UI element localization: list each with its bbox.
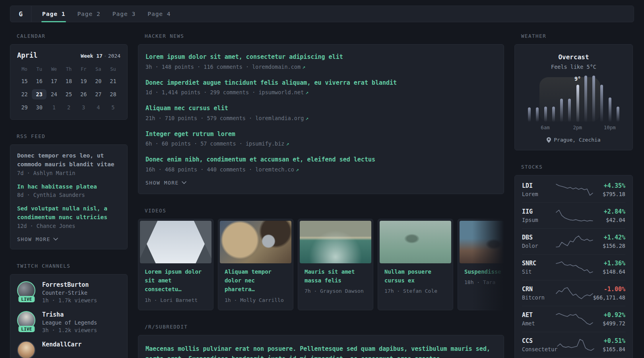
channel-name[interactable]: Trisha [42,311,97,318]
video-card[interactable]: Aliquam tempor dolor nec pharetra… 1h · … [218,219,293,310]
subreddit-post: Maecenas mollis pulvinar erat non posuer… [145,344,497,358]
tab-page-3[interactable]: Page 3 [107,6,142,22]
hn-item-title[interactable]: Aliquam nec cursus elit [145,104,497,113]
video-title[interactable]: Suspendisse diam [464,267,504,276]
calendar-day: 21 [106,76,120,86]
day-header: Sa [91,65,106,73]
rss-show-more-button[interactable]: SHOW MORE [17,236,120,242]
hn-item: Donec enim nibh, condimentum et accumsan… [145,155,497,173]
rss-item-title[interactable]: Donec tempor eros leo, ut commodo mauris… [17,152,120,169]
location-pin-icon [547,137,551,143]
rss-item-title[interactable]: Sed volutpat nulla nisl, a condimentum n… [17,204,120,222]
video-thumbnail[interactable] [460,221,504,263]
hn-item-title[interactable]: Integer eget rutrum lorem [145,130,497,139]
day-header: Mo [17,65,32,73]
stock-name: Ipsum [522,217,556,223]
hn-item-title[interactable]: Donec enim nibh, condimentum et accumsan… [145,155,497,164]
stock-symbol[interactable]: CCS [522,337,557,344]
app-logo[interactable]: G [10,6,31,22]
hour-label: 6am [541,125,550,130]
hn-item-title[interactable]: Donec imperdiet augue tincidunt felis al… [145,78,497,88]
stock-row[interactable]: IIGIpsum +2.84%$42.04 [522,202,625,228]
weather-feels-like: Feels like 5°C [522,64,626,70]
tab-page-1[interactable]: Page 1 [36,6,71,22]
calendar-day: 22 [17,89,32,99]
video-thumbnail[interactable] [220,221,291,263]
calendar-day-next-month: 1 [47,102,61,113]
stocks-section: STOCKS LDILorem +4.35%$795.18 IIGIpsum +… [514,164,633,358]
external-link-icon[interactable]: ↗ [305,90,308,95]
external-link-icon[interactable]: ↗ [286,141,289,147]
stock-symbol[interactable]: DBS [522,234,556,241]
stock-name: Sit [522,268,556,275]
video-meta: 1h · Molly Carrillo [225,297,287,303]
weather-section: WEATHER Overcast Feels like 5°C 9° 6am 2… [514,33,633,150]
weather-widget: Overcast Feels like 5°C 9° 6am 2pm 10pm … [514,44,633,150]
stock-symbol[interactable]: SNRC [522,260,556,267]
video-card[interactable]: Nullam posuere cursus ex 17h · Stefan Co… [378,219,453,310]
calendar-day: 18 [61,76,76,86]
video-title[interactable]: Nullam posuere cursus ex [384,267,446,285]
hn-item-title[interactable]: Lorem ipsum dolor sit amet, consectetur … [145,53,497,62]
twitch-channel[interactable]: KendallCarr [17,341,120,358]
weather-bar [584,76,587,122]
video-title[interactable]: Mauris sit amet massa felis [305,267,367,285]
stock-name: Amet [522,320,556,327]
stock-row[interactable]: AETAmet +0.92%$499.72 [522,306,625,332]
subreddit-section: /R/SUBREDDIT Maecenas mollis pulvinar er… [138,324,504,358]
tab-page-4[interactable]: Page 4 [142,6,177,22]
calendar-section: CALENDAR April Week 17·2024 Mo Tu We Th … [10,33,128,120]
rss-item: Donec tempor eros leo, ut commodo mauris… [17,152,120,176]
stock-price: $165.84 [594,346,625,352]
calendar-day: 15 [17,76,32,86]
video-card[interactable]: Mauris sit amet massa felis 7h · Grayson… [298,219,373,310]
subreddit-post-title[interactable]: Maecenas mollis pulvinar erat non posuer… [145,344,497,358]
hn-item: Donec imperdiet augue tincidunt felis al… [145,78,497,96]
weather-condition: Overcast [522,53,626,61]
calendar-section-label: CALENDAR [10,33,128,39]
tab-page-2[interactable]: Page 2 [71,6,106,22]
stock-row[interactable]: CCSConsectetur +0.51%$165.84 [522,332,625,358]
channel-meta: 1h · 1.7k viewers [42,297,97,304]
stock-symbol[interactable]: AET [522,311,556,319]
day-header: We [47,65,61,73]
video-title[interactable]: Aliquam tempor dolor nec pharetra… [225,267,287,294]
stock-row[interactable]: LDILorem +4.35%$795.18 [522,177,625,202]
page-tabs: Page 1 Page 2 Page 3 Page 4 [31,6,177,22]
channel-name[interactable]: ForrestBurton [42,281,97,288]
twitch-avatar-wrap [17,341,36,358]
video-card[interactable]: Lorem ipsum dolor sit amet consectetu… 1… [138,219,213,310]
hn-show-more-button[interactable]: SHOW MORE [145,180,497,186]
twitch-widget: LIVE ForrestBurton Counter-Strike 1h · 1… [10,274,128,358]
video-meta: 1h · Lori Barnett [145,297,207,303]
external-link-icon[interactable]: ↗ [305,115,308,121]
weather-hour-chart: 9° [526,76,622,122]
calendar-day: 17 [47,76,61,86]
stock-change: +1.36% [593,260,625,267]
twitch-channel[interactable]: LIVE Trisha League of Legends 3h · 1.2k … [17,311,120,333]
stock-price: $156.28 [593,243,625,249]
video-thumbnail[interactable] [300,221,371,263]
weather-bar [536,107,539,122]
hn-item-meta: 21h · 710 points · 579 comments · loreml… [145,115,497,121]
video-title[interactable]: Lorem ipsum dolor sit amet consectetu… [145,267,207,294]
video-thumbnail[interactable] [140,221,211,263]
stock-symbol[interactable]: CRN [522,286,556,293]
stock-symbol[interactable]: IIG [522,208,556,215]
video-card[interactable]: Suspendisse diam 18h · Tara [458,219,504,310]
rss-item-title[interactable]: In hac habitasse platea [17,183,120,191]
external-link-icon[interactable]: ↗ [296,167,299,173]
show-more-label: SHOW MORE [17,236,50,242]
chevron-down-icon [53,237,58,241]
calendar-day: 30 [32,102,47,113]
calendar-week-label: Week 17 [81,53,103,59]
twitch-channel[interactable]: LIVE ForrestBurton Counter-Strike 1h · 1… [17,281,120,304]
stock-symbol[interactable]: LDI [522,182,556,189]
external-link-icon[interactable]: ↗ [302,64,305,70]
video-thumbnail[interactable] [380,221,451,263]
stocks-widget: LDILorem +4.35%$795.18 IIGIpsum +2.84%$4… [514,175,633,358]
stock-row[interactable]: CRNBitcorn -1.00%$66,171.48 [522,280,625,306]
channel-name[interactable]: KendallCarr [42,341,81,348]
stock-row[interactable]: DBSDolor +1.42%$156.28 [522,228,625,254]
stock-row[interactable]: SNRCSit +1.36%$148.64 [522,254,625,280]
